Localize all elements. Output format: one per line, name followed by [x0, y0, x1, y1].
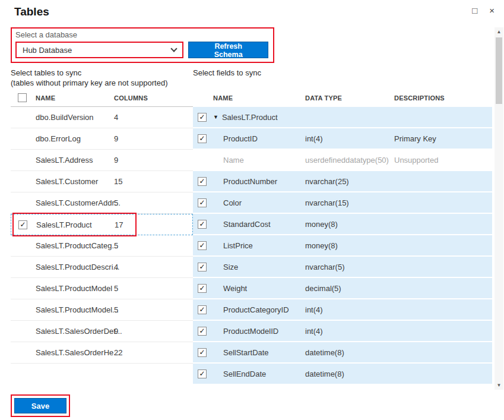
table-name-cell: SalesLT.Product	[36, 220, 115, 229]
row-checkbox[interactable]: ✓	[198, 348, 207, 357]
field-name-cell: Size	[213, 263, 305, 271]
table-row[interactable]: SalesLT.Customer15	[11, 171, 193, 192]
table-row[interactable]: SalesLT.Address9	[11, 150, 193, 171]
field-row[interactable]: ✓StandardCostmoney(8)	[193, 214, 492, 234]
field-name-text: SalesLT.Product	[222, 113, 278, 122]
table-row[interactable]: SalesLT.ProductModel5	[11, 278, 193, 299]
tables-panel: Select tables to sync (tables without pr…	[11, 68, 193, 385]
vertical-scrollbar[interactable]: ▲ ▼	[495, 27, 503, 390]
field-row[interactable]: Nameuserdefineddatatype(50)Unsupported	[193, 150, 492, 170]
table-name-cell: SalesLT.ProductDescri...	[36, 263, 114, 271]
row-checkbox[interactable]: ✓	[198, 198, 207, 207]
row-checkbox[interactable]: ✓	[198, 220, 207, 229]
field-datatype-cell: nvarchar(15)	[305, 198, 394, 207]
checkbox-cell	[11, 305, 36, 314]
row-checkbox[interactable]: ✓	[198, 134, 207, 143]
field-row[interactable]: ✓ProductNumbernvarchar(25)	[193, 171, 492, 191]
row-checkbox[interactable]: ✓	[198, 241, 207, 250]
dialog-footer: Save	[11, 394, 70, 417]
row-checkbox[interactable]: ✓	[198, 177, 207, 186]
table-name-cell: SalesLT.ProductModel...	[36, 305, 114, 314]
field-datatype-cell: nvarchar(25)	[305, 177, 394, 186]
row-checkbox[interactable]: ✓	[198, 370, 207, 378]
table-columns-cell: 4	[114, 263, 193, 271]
checkbox-cell: ✓	[193, 198, 213, 207]
table-columns-cell: 9	[114, 134, 193, 143]
table-name-cell: SalesLT.CustomerAddr...	[36, 198, 114, 207]
field-row[interactable]: ✓SellEndDatedatetime(8)	[193, 364, 492, 384]
row-checkbox[interactable]: ✓	[198, 113, 207, 122]
select-all-checkbox[interactable]	[18, 93, 27, 102]
field-name-text: StandardCost	[223, 220, 271, 229]
table-row[interactable]: SalesLT.CustomerAddr...5	[11, 192, 193, 214]
checkbox-cell: ✓	[193, 305, 213, 314]
field-datatype-cell: money(8)	[305, 241, 394, 250]
checkbox-cell	[11, 113, 36, 122]
field-name-cell: StandardCost	[213, 220, 305, 229]
field-row[interactable]: ✓Sizenvarchar(5)	[193, 257, 492, 277]
table-row[interactable]: SalesLT.ProductCateg...5	[11, 235, 193, 257]
field-row[interactable]: ✓ProductCategoryIDint(4)	[193, 299, 492, 320]
table-row[interactable]: SalesLT.ProductDescri...4	[11, 257, 193, 278]
field-description-cell: Primary Key	[394, 134, 492, 143]
collapse-icon[interactable]: ▼	[213, 114, 218, 120]
table-name-cell: dbo.ErrorLog	[36, 134, 114, 143]
field-name-cell: ProductModelID	[213, 327, 305, 336]
field-row[interactable]: ✓ProductIDint(4)Primary Key	[193, 128, 492, 149]
row-checkbox[interactable]: ✓	[198, 305, 207, 314]
dialog-titlebar: Tables □ ×	[0, 0, 504, 24]
table-row[interactable]: dbo.BuildVersion4	[11, 107, 193, 128]
checkbox-cell	[11, 134, 36, 143]
fields-header-datatype: DATA TYPE	[305, 94, 394, 102]
row-checkbox[interactable]: ✓	[18, 220, 27, 229]
table-name-cell: SalesLT.SalesOrderHe...	[36, 348, 114, 357]
fields-header-name: NAME	[213, 94, 305, 102]
field-name-text: ProductCategoryID	[223, 305, 289, 314]
row-checkbox[interactable]: ✓	[198, 327, 207, 336]
field-name-text: Name	[223, 156, 244, 165]
field-datatype-cell: int(4)	[305, 305, 394, 314]
fields-panel-heading: Select fields to sync	[193, 68, 492, 89]
field-name-cell: ProductNumber	[213, 177, 305, 186]
table-columns-cell: 5	[114, 284, 193, 293]
checkbox-cell	[11, 241, 36, 250]
tables-list: dbo.BuildVersion4dbo.ErrorLog9SalesLT.Ad…	[11, 107, 193, 364]
field-datatype-cell: nvarchar(5)	[305, 263, 394, 271]
field-name-cell: Color	[213, 198, 305, 207]
field-row[interactable]: ✓ListPricemoney(8)	[193, 235, 492, 255]
table-row[interactable]: SalesLT.SalesOrderHe...22	[11, 342, 193, 364]
checkbox-cell: ✓	[193, 263, 213, 271]
scroll-down-icon[interactable]: ▼	[495, 381, 503, 390]
table-row[interactable]: SalesLT.ProductModel...5	[11, 299, 193, 321]
field-name-text: Weight	[223, 284, 247, 293]
field-name-cell: ProductID	[213, 134, 305, 143]
field-datatype-cell: decimal(5)	[305, 284, 394, 293]
scroll-up-icon[interactable]: ▲	[495, 27, 503, 36]
table-columns-cell: 17	[115, 220, 192, 229]
field-row[interactable]: ✓▼SalesLT.Product	[193, 107, 492, 127]
tables-header-columns: COLUMNS	[114, 94, 193, 102]
field-row[interactable]: ✓ProductModelIDint(4)	[193, 321, 492, 341]
field-row[interactable]: ✓SellStartDatedatetime(8)	[193, 342, 492, 362]
field-name-cell: ▼SalesLT.Product	[213, 113, 305, 122]
window-controls: □ ×	[472, 5, 495, 16]
checkbox-cell	[11, 156, 36, 165]
row-checkbox[interactable]: ✓	[198, 263, 207, 271]
database-dropdown[interactable]: Hub Database	[15, 42, 183, 58]
field-row[interactable]: ✓Colornvarchar(15)	[193, 192, 492, 213]
table-row[interactable]: SalesLT.SalesOrderDet...9	[11, 321, 193, 342]
field-name-cell: SellEndDate	[213, 370, 305, 378]
field-row[interactable]: ✓Weightdecimal(5)	[193, 278, 492, 298]
checkbox-cell: ✓	[193, 220, 213, 229]
close-icon[interactable]: ×	[489, 5, 495, 16]
save-button[interactable]: Save	[14, 398, 66, 413]
refresh-schema-button[interactable]: Refresh Schema	[188, 42, 268, 58]
table-row[interactable]: dbo.ErrorLog9	[11, 128, 193, 150]
row-checkbox[interactable]: ✓	[198, 284, 207, 293]
table-columns-cell: 22	[114, 348, 193, 357]
restore-icon[interactable]: □	[472, 5, 477, 16]
table-row[interactable]: ✓SalesLT.Product17	[11, 214, 193, 235]
scrollbar-thumb[interactable]	[496, 37, 502, 104]
save-highlight-box: Save	[11, 394, 70, 417]
field-name-cell: Name	[213, 156, 305, 165]
